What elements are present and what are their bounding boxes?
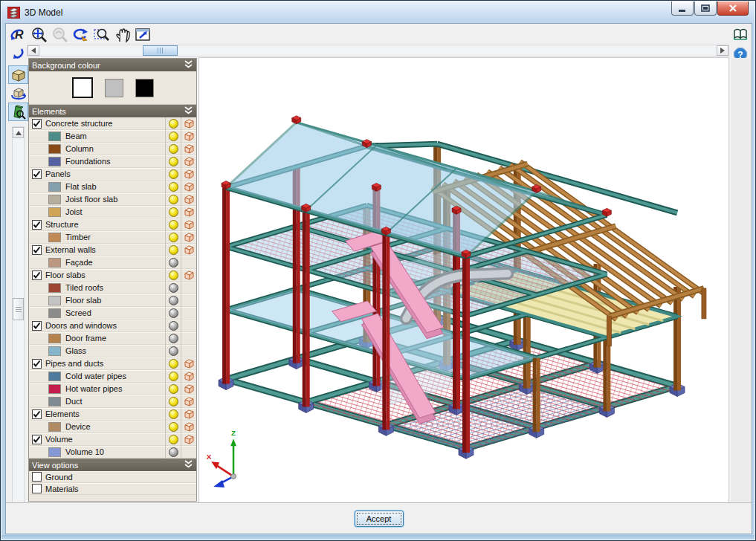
cube-toggle[interactable] xyxy=(181,421,196,433)
accept-button[interactable]: Accept xyxy=(355,511,404,527)
yellow-sphere-icon[interactable] xyxy=(169,207,178,217)
colour-swatch[interactable] xyxy=(48,157,61,166)
zoom-extents-icon[interactable] xyxy=(30,26,48,44)
colour-swatch[interactable] xyxy=(48,258,61,268)
minimize-button[interactable] xyxy=(671,1,694,16)
gray-sphere-icon[interactable] xyxy=(169,258,178,268)
colour-swatch[interactable] xyxy=(48,397,61,406)
solid-view-icon[interactable] xyxy=(8,65,28,84)
scroll-right-arrow[interactable] xyxy=(717,45,728,56)
cube-toggle[interactable] xyxy=(181,206,196,218)
view-options-header[interactable]: View options xyxy=(29,459,196,471)
colour-swatch[interactable] xyxy=(48,144,61,154)
colour-swatch[interactable] xyxy=(48,447,61,457)
colour-swatch[interactable] xyxy=(48,422,61,432)
redraw-icon[interactable] xyxy=(71,26,90,44)
colour-swatch[interactable] xyxy=(48,384,61,394)
cube-toggle[interactable] xyxy=(181,168,196,181)
colour-swatch[interactable] xyxy=(48,132,61,141)
cube-toggle[interactable] xyxy=(181,408,196,421)
vertical-rotation-scrollbar[interactable] xyxy=(12,126,25,520)
cube-toggle[interactable] xyxy=(181,130,196,143)
element-checkbox[interactable] xyxy=(32,321,42,331)
rotate-model-icon[interactable] xyxy=(8,84,28,103)
yellow-sphere-icon[interactable] xyxy=(169,435,178,444)
cube-toggle[interactable] xyxy=(181,155,196,168)
cube-toggle[interactable] xyxy=(181,395,196,408)
yellow-sphere-icon[interactable] xyxy=(169,157,178,166)
cube-toggle[interactable] xyxy=(181,383,196,395)
yellow-sphere-icon[interactable] xyxy=(169,182,178,192)
yellow-sphere-icon[interactable] xyxy=(169,195,178,204)
close-button[interactable] xyxy=(717,1,749,16)
yellow-sphere-icon[interactable] xyxy=(169,169,178,179)
cube-toggle[interactable] xyxy=(181,433,196,446)
gray-sphere-icon[interactable] xyxy=(169,283,178,293)
undo-rotation-icon[interactable] xyxy=(8,45,28,63)
yellow-sphere-icon[interactable] xyxy=(169,397,178,406)
white-background-swatch[interactable] xyxy=(72,77,93,98)
yellow-sphere-icon[interactable] xyxy=(169,233,178,242)
model-viewport[interactable]: Z X xyxy=(198,57,729,503)
cube-toggle[interactable] xyxy=(181,181,196,193)
pan-icon[interactable] xyxy=(113,26,132,44)
colour-swatch[interactable] xyxy=(48,346,61,356)
element-checkbox[interactable] xyxy=(32,220,42,230)
section-view-icon[interactable] xyxy=(8,103,28,121)
vertical-scroll-thumb[interactable] xyxy=(13,298,24,320)
background-colour-header[interactable]: Background colour xyxy=(29,59,196,71)
colour-swatch[interactable] xyxy=(48,296,61,305)
colour-swatch[interactable] xyxy=(48,233,61,242)
collapse-chevron-icon[interactable] xyxy=(184,106,193,115)
element-checkbox[interactable] xyxy=(32,409,42,419)
cube-toggle[interactable] xyxy=(181,143,196,155)
gray-sphere-icon[interactable] xyxy=(169,334,178,343)
yellow-sphere-icon[interactable] xyxy=(169,132,178,141)
zoom-window-icon[interactable] xyxy=(92,26,111,44)
cube-toggle[interactable] xyxy=(181,231,196,244)
gray-sphere-icon[interactable] xyxy=(169,346,178,356)
colour-swatch[interactable] xyxy=(48,334,61,343)
maximize-button[interactable] xyxy=(694,1,717,16)
cube-toggle[interactable] xyxy=(181,269,196,282)
element-checkbox[interactable] xyxy=(32,245,42,255)
gray-sphere-icon[interactable] xyxy=(169,447,178,457)
yellow-sphere-icon[interactable] xyxy=(169,119,178,129)
element-checkbox[interactable] xyxy=(32,359,42,369)
colour-swatch[interactable] xyxy=(48,195,61,204)
cube-toggle[interactable] xyxy=(181,193,196,206)
colour-swatch[interactable] xyxy=(48,283,61,293)
collapse-chevron-icon[interactable] xyxy=(184,460,193,469)
yellow-sphere-icon[interactable] xyxy=(169,409,178,419)
scroll-up-arrow[interactable] xyxy=(13,127,24,138)
gray-sphere-icon[interactable] xyxy=(169,296,178,305)
collapse-chevron-icon[interactable] xyxy=(184,60,193,69)
cube-toggle[interactable] xyxy=(181,244,196,256)
view-option-checkbox[interactable] xyxy=(32,484,42,493)
yellow-sphere-icon[interactable] xyxy=(169,245,178,255)
element-checkbox[interactable] xyxy=(32,119,42,129)
colour-swatch[interactable] xyxy=(48,372,61,381)
fullscreen-icon[interactable] xyxy=(134,26,152,44)
horizontal-rotation-scrollbar[interactable] xyxy=(27,45,729,56)
black-background-swatch[interactable] xyxy=(135,79,154,97)
element-checkbox[interactable] xyxy=(32,435,42,444)
yellow-sphere-icon[interactable] xyxy=(169,422,178,432)
element-checkbox[interactable] xyxy=(32,169,42,179)
book-icon[interactable] xyxy=(732,26,749,42)
yellow-sphere-icon[interactable] xyxy=(169,220,178,230)
elements-header[interactable]: Elements xyxy=(29,105,196,117)
colour-swatch[interactable] xyxy=(48,207,61,217)
cube-toggle[interactable] xyxy=(181,370,196,383)
title-bar[interactable]: 3D Model xyxy=(1,1,755,23)
yellow-sphere-icon[interactable] xyxy=(169,270,178,280)
cube-toggle[interactable] xyxy=(181,117,196,130)
colour-swatch[interactable] xyxy=(48,308,61,318)
element-checkbox[interactable] xyxy=(32,270,42,280)
cube-toggle[interactable] xyxy=(181,218,196,231)
grey-background-swatch[interactable] xyxy=(105,79,123,97)
rotate-view-icon[interactable]: R xyxy=(9,26,28,44)
gray-sphere-icon[interactable] xyxy=(169,321,178,331)
cube-toggle[interactable] xyxy=(181,357,196,370)
gray-sphere-icon[interactable] xyxy=(169,308,178,318)
